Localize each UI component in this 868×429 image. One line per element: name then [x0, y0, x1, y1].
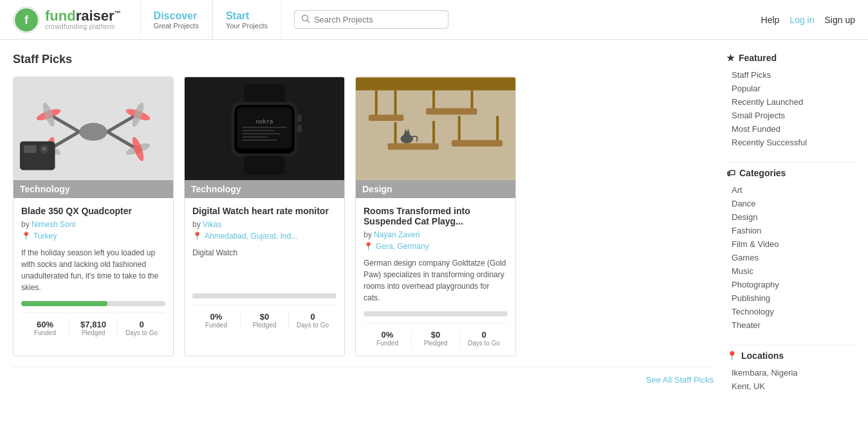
sidebar-item-publishing[interactable]: Publishing — [726, 291, 855, 305]
stat-days: 0 Days to Go — [118, 318, 165, 338]
main-nav: Discover Great Projects Start Your Proje… — [140, 0, 281, 40]
card-category: Design — [356, 180, 515, 198]
author-link[interactable]: Vikas — [203, 220, 221, 229]
sidebar-item-technology[interactable]: Technology — [726, 305, 855, 318]
project-card[interactable]: Design Rooms Transformed into Suspended … — [355, 77, 516, 356]
header-right: Help Log in Sign up — [761, 15, 855, 25]
sidebar-item-ikembara[interactable]: Ikembara, Nigeria — [726, 366, 855, 379]
search-area — [281, 10, 761, 29]
sidebar-item-small-projects[interactable]: Small Projects — [726, 109, 855, 122]
divider — [726, 162, 855, 163]
author-link[interactable]: Nayan Zaveri — [374, 230, 420, 239]
sidebar-item-kent[interactable]: Kent, UK — [726, 379, 855, 393]
project-card[interactable]: nokra Technology Digita — [184, 77, 345, 356]
location-icon: 📍 — [726, 351, 737, 361]
svg-rect-49 — [496, 116, 499, 141]
signup-link[interactable]: Sign up — [825, 15, 855, 25]
nav-start[interactable]: Start Your Projects — [212, 0, 281, 40]
logo-icon: f — [13, 6, 40, 33]
see-all-link[interactable]: See All Staff Picks — [646, 375, 714, 385]
stat-funded: 60% Funded — [21, 318, 69, 338]
svg-rect-44 — [426, 108, 477, 114]
card-title: Digital Watch heart rate monitor — [192, 206, 337, 216]
progress-bar-bg — [364, 311, 508, 316]
nav-discover[interactable]: Discover Great Projects — [140, 0, 212, 40]
sidebar-item-music[interactable]: Music — [726, 264, 855, 278]
help-link[interactable]: Help — [761, 15, 780, 25]
pledged-label: Pledged — [243, 322, 286, 329]
sidebar-item-games[interactable]: Games — [726, 251, 855, 264]
pledged-label: Pledged — [72, 329, 115, 336]
section-title: Staff Picks — [13, 53, 714, 66]
cards-row: Technology Blade 350 QX Quadcopter by Ni… — [13, 77, 714, 356]
funded-value: 0% — [366, 330, 409, 340]
stat-pledged: $0 Pledged — [412, 329, 460, 348]
sidebar-item-photography[interactable]: Photography — [726, 278, 855, 291]
see-all-bar: See All Staff Picks — [13, 367, 714, 392]
svg-text:nokra: nokra — [256, 118, 273, 125]
login-link[interactable]: Log in — [790, 15, 814, 25]
card-category: Technology — [185, 180, 344, 198]
star-icon: ★ — [726, 53, 735, 63]
svg-rect-24 — [244, 84, 284, 104]
funded-value: 60% — [24, 320, 66, 329]
svg-rect-36 — [298, 125, 302, 132]
sidebar-item-popular[interactable]: Popular — [726, 82, 855, 95]
sidebar-item-dance[interactable]: Dance — [726, 197, 855, 210]
sidebar-item-theater[interactable]: Theater — [726, 318, 855, 332]
sidebar-item-design[interactable]: Design — [726, 210, 855, 224]
card-body: Rooms Transformed into Suspended Cat Pla… — [356, 198, 515, 356]
card-image-drone — [14, 77, 173, 180]
card-category: Technology — [14, 180, 173, 198]
days-value: 0 — [463, 330, 505, 340]
logo-sub: crowdfunding platform — [45, 23, 121, 30]
svg-rect-39 — [375, 90, 378, 116]
card-author: by Nimesh Soni — [21, 220, 165, 229]
svg-point-52 — [403, 132, 410, 138]
svg-rect-40 — [394, 90, 397, 116]
nav-start-sub: Your Projects — [226, 22, 268, 30]
search-box[interactable] — [294, 10, 448, 29]
card-stats: 60% Funded $7,810 Pledged 0 Days to Go — [21, 313, 165, 338]
svg-rect-41 — [369, 114, 404, 121]
sidebar-item-film-video[interactable]: Film & Video — [726, 237, 855, 251]
sidebar-item-recently-launched[interactable]: Recently Launched — [726, 95, 855, 109]
sidebar-item-staff-picks[interactable]: Staff Picks — [726, 68, 855, 82]
svg-rect-45 — [394, 122, 397, 145]
sidebar-item-art[interactable]: Art — [726, 183, 855, 197]
pledged-value: $7,810 — [72, 320, 115, 329]
card-desc: German design company Goldtatze (Gold Pa… — [364, 257, 508, 304]
card-stats: 0% Funded $0 Pledged 0 Days to Go — [364, 323, 508, 348]
card-desc: Digital Watch — [192, 247, 337, 286]
days-label: Days to Go — [291, 322, 334, 329]
svg-rect-37 — [356, 78, 515, 180]
sidebar-featured-section: ★ Featured Staff Picks Popular Recently … — [726, 53, 855, 149]
stat-pledged: $0 Pledged — [241, 311, 289, 330]
progress-bar-bg — [192, 293, 337, 298]
logo-name: fundfundraiserraiser™ — [45, 9, 121, 23]
svg-rect-42 — [432, 90, 435, 109]
sidebar-locations-section: 📍 Locations Ikembara, Nigeria Kent, UK — [726, 351, 855, 393]
author-link[interactable]: Nimesh Soni — [32, 220, 75, 229]
sidebar-item-most-funded[interactable]: Most Funded — [726, 122, 855, 136]
search-input[interactable] — [314, 15, 441, 24]
main-container: Staff Picks — [0, 40, 868, 419]
progress-bar-fill — [21, 301, 107, 306]
project-card[interactable]: Technology Blade 350 QX Quadcopter by Ni… — [13, 77, 174, 356]
funded-label: Funded — [195, 322, 237, 329]
tag-icon: 🏷 — [726, 168, 735, 178]
card-body: Digital Watch heart rate monitor by Vika… — [185, 198, 344, 338]
pledged-value: $0 — [243, 312, 286, 322]
logo[interactable]: f fundfundraiserraiser™ crowdfunding pla… — [13, 6, 121, 33]
sidebar-item-recently-successful[interactable]: Recently Successful — [726, 136, 855, 149]
sidebar-categories-section: 🏷 Categories Art Dance Design Fashion Fi… — [726, 168, 855, 332]
stat-funded: 0% Funded — [192, 311, 241, 330]
card-desc: If the holiday season left you loaded up… — [21, 247, 165, 293]
svg-point-6 — [79, 123, 107, 141]
svg-rect-30 — [242, 130, 274, 131]
sidebar-item-fashion[interactable]: Fashion — [726, 224, 855, 237]
svg-point-22 — [42, 147, 46, 151]
svg-rect-20 — [24, 145, 37, 153]
sidebar-featured-title: ★ Featured — [726, 53, 855, 63]
svg-rect-43 — [471, 90, 474, 109]
